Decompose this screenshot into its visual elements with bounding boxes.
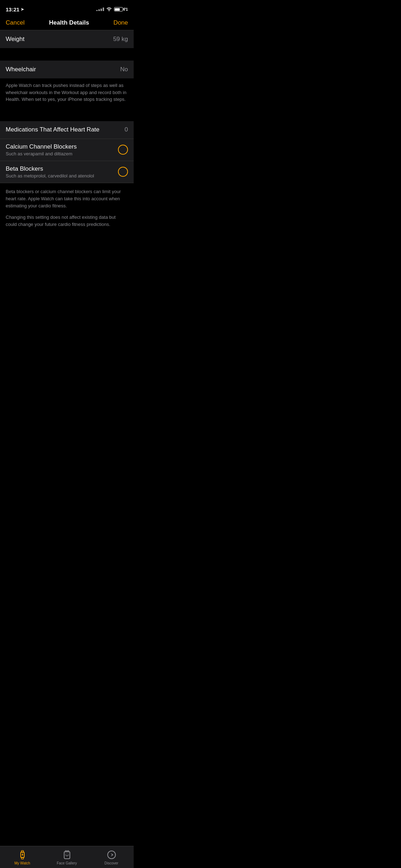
- calcium-blocker-sub: Such as verapamil and diltiazem: [6, 151, 118, 156]
- nav-bar: Cancel Health Details Done: [0, 16, 134, 30]
- beta-blocker-sub: Such as metoprolol, carvedilol and ateno…: [6, 173, 118, 179]
- section-divider-2: [0, 109, 134, 121]
- signal-icon: [96, 7, 104, 11]
- wheelchair-value: No: [120, 66, 128, 73]
- done-button[interactable]: Done: [113, 19, 128, 26]
- weight-value: 59 kg: [113, 36, 128, 43]
- status-time: 13:21 ➤: [6, 6, 24, 12]
- section-divider-1: [0, 48, 134, 61]
- medications-desc-1: Beta blockers or calcium channel blocker…: [6, 188, 128, 210]
- weight-label: Weight: [6, 36, 25, 43]
- cancel-button[interactable]: Cancel: [6, 19, 25, 26]
- status-icons: 71: [96, 7, 128, 12]
- medications-header-value: 0: [125, 126, 128, 133]
- status-bar: 13:21 ➤ 71: [0, 0, 134, 16]
- medications-header-row: Medications That Affect Heart Rate 0: [0, 121, 134, 139]
- calcium-blocker-name: Calcium Channel Blockers: [6, 143, 118, 150]
- wheelchair-description: Apple Watch can track pushes instead of …: [0, 78, 134, 109]
- wheelchair-label: Wheelchair: [6, 66, 36, 73]
- medications-section: Medications That Affect Heart Rate 0 Cal…: [0, 121, 134, 183]
- calcium-blocker-row[interactable]: Calcium Channel Blockers Such as verapam…: [0, 139, 134, 161]
- beta-blocker-row[interactable]: Beta Blockers Such as metoprolol, carved…: [0, 161, 134, 183]
- medications-header-label: Medications That Affect Heart Rate: [6, 126, 99, 133]
- beta-blocker-toggle[interactable]: [118, 167, 128, 177]
- location-arrow-icon: ➤: [21, 7, 24, 12]
- beta-blocker-name: Beta Blockers: [6, 165, 118, 172]
- weight-section: Weight 59 kg: [0, 30, 134, 48]
- medications-footer-description: Beta blockers or calcium channel blocker…: [0, 183, 134, 233]
- calcium-blocker-toggle[interactable]: [118, 145, 128, 155]
- wifi-icon: [106, 7, 112, 12]
- battery-icon: 71: [114, 7, 128, 11]
- page-title: Health Details: [49, 19, 89, 26]
- wheelchair-section: Wheelchair No: [0, 61, 134, 78]
- wheelchair-row[interactable]: Wheelchair No: [0, 61, 134, 78]
- medications-desc-2: Changing this setting does not affect ex…: [6, 214, 128, 228]
- weight-row[interactable]: Weight 59 kg: [0, 30, 134, 48]
